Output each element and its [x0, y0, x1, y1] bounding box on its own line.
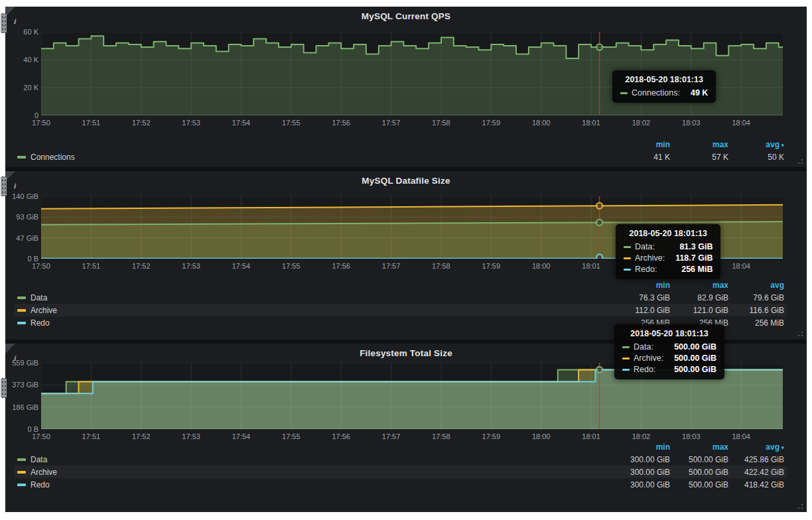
resize-handle[interactable]: [797, 158, 804, 164]
legend-min-value: 300.00 GiB: [598, 455, 670, 464]
series-color-dash-icon: [17, 296, 26, 299]
legend-row-data: Data76.3 GiB82.9 GiB79.6 GiB: [15, 291, 787, 304]
tooltip-series-label: Archive:: [635, 253, 665, 263]
legend-row-archive: Archive112.0 GiB121.0 GiB116.6 GiB: [15, 304, 787, 316]
x-tick-label: 17:51: [71, 432, 111, 440]
x-tick-label: 17:53: [171, 432, 211, 440]
x-tick-label: 17:53: [171, 262, 211, 270]
series-color-dash-icon: [620, 92, 628, 94]
x-tick-label: 17:55: [271, 119, 311, 127]
row-drag-handle[interactable]: [1, 13, 7, 33]
tooltip-series-label: Data:: [634, 342, 653, 352]
tooltip-filesystem: 2018-05-20 18:01:13 Data:500.00 GiBArchi…: [614, 324, 724, 379]
page-background: i MySQL Current QPS 60 K40 K20 K0 17:501…: [0, 0, 812, 520]
x-tick-label: 17:58: [421, 262, 461, 270]
x-tick-label: 17:55: [271, 432, 311, 440]
legend-min-value: 112.0 GiB: [598, 306, 670, 315]
legend-min-value: 76.3 GiB: [598, 293, 670, 302]
tooltip-series-row: Data:81.3 GiB: [624, 242, 712, 251]
x-tick-label: 18:04: [721, 119, 761, 127]
x-tick-label: 17:56: [321, 119, 361, 127]
x-tick-label: 17:57: [372, 432, 411, 440]
tooltip-series-value: 118.7 GiB: [675, 253, 712, 263]
legend-sort-max[interactable]: max: [670, 281, 728, 290]
y-tick-label: 559 GiB: [5, 359, 38, 367]
tooltip-series-label: Archive:: [634, 354, 663, 363]
legend-min-value: 41 K: [598, 153, 670, 162]
series-toggle-redo[interactable]: Redo: [31, 318, 50, 328]
tooltip-series-row: Archive:118.7 GiB: [624, 253, 712, 263]
resize-handle[interactable]: [797, 330, 804, 337]
legend-max-value: 82.9 GiB: [670, 293, 728, 302]
y-tick-label: 373 GiB: [5, 381, 38, 389]
series-color-dash-icon: [17, 156, 26, 159]
x-tick-label: 17:58: [421, 432, 461, 440]
tooltip-series-value: 500.00 GiB: [674, 354, 716, 363]
legend-sort-avg[interactable]: avg: [728, 281, 784, 290]
x-tick-label: 17:52: [121, 432, 161, 440]
x-tick-label: 17:50: [21, 119, 61, 127]
legend-sort-avg[interactable]: avg ▾: [728, 140, 784, 149]
x-tick-label: 17:54: [221, 119, 261, 127]
legend-sort-min[interactable]: min: [598, 140, 670, 149]
legend-sort-min[interactable]: min: [598, 281, 670, 290]
tooltip-series-row: Archive:500.00 GiB: [622, 354, 716, 363]
legend: minmaxavgData76.3 GiB82.9 GiB79.6 GiBArc…: [15, 279, 787, 329]
legend-row-archive: Archive300.00 GiB500.00 GiB422.42 GiB: [15, 466, 787, 478]
x-tick-label: 17:51: [71, 119, 111, 127]
tooltip-series-label: Data:: [635, 242, 655, 251]
series-toggle-redo[interactable]: Redo: [31, 480, 50, 489]
series-toggle-connections[interactable]: Connections: [31, 153, 75, 162]
series-color-dash-icon: [17, 458, 26, 461]
series-toggle-archive[interactable]: Archive: [31, 306, 57, 315]
row-drag-handle[interactable]: [1, 176, 7, 196]
legend-avg-value: 418.42 GiB: [728, 480, 784, 489]
legend-sort-min[interactable]: min: [598, 442, 670, 452]
series-toggle-archive[interactable]: Archive: [31, 468, 57, 477]
legend-sort-avg[interactable]: avg ▾: [728, 442, 784, 452]
sort-caret-icon: ▾: [779, 142, 784, 149]
series-color-dash-icon: [17, 322, 26, 324]
x-tick-label: 18:00: [521, 262, 561, 270]
sort-caret-icon: ▾: [779, 444, 784, 451]
x-tick-label: 17:52: [121, 119, 161, 127]
tooltip-timestamp: 2018-05-20 18:01:13: [622, 329, 716, 338]
series-toggle-data[interactable]: Data: [31, 293, 47, 302]
panel-title[interactable]: MySQL Current QPS: [5, 11, 807, 21]
legend-avg-value: 425.86 GiB: [728, 455, 784, 464]
row-drag-handle[interactable]: [1, 378, 7, 398]
tooltip-series-row: Connections:49 K: [620, 88, 708, 98]
series-color-dash-icon: [624, 269, 631, 271]
legend-max-value: 500.00 GiB: [670, 480, 728, 489]
legend-sort-max[interactable]: max: [670, 140, 728, 149]
tooltip-series-value: 81.3 GiB: [679, 242, 712, 251]
legend-row-connections: Connections41 K57 K50 K: [15, 151, 787, 163]
x-tick-label: 17:56: [321, 432, 361, 440]
y-tick-label: 186 GiB: [5, 403, 38, 411]
legend-row-data: Data300.00 GiB500.00 GiB425.86 GiB: [15, 453, 787, 466]
series-color-dash-icon: [624, 246, 631, 248]
resize-handle[interactable]: [797, 503, 804, 509]
x-tick-label: 18:02: [621, 432, 661, 440]
tooltip-qps: 2018-05-20 18:01:13 Connections:49 K: [612, 70, 716, 103]
y-tick-label: 40 K: [5, 56, 38, 64]
x-tick-label: 17:52: [121, 262, 161, 270]
panel-title[interactable]: MySQL Datafile Size: [5, 176, 807, 186]
x-tick-label: 18:03: [671, 432, 711, 440]
legend-header-row: minmaxavg: [15, 279, 787, 291]
x-tick-label: 17:59: [471, 262, 511, 270]
series-color-dash-icon: [622, 358, 630, 359]
x-tick-label: 17:59: [471, 432, 511, 440]
x-tick-label: 18:03: [671, 119, 711, 127]
series-toggle-data[interactable]: Data: [31, 455, 47, 464]
legend-sort-max[interactable]: max: [670, 442, 728, 452]
x-tick-label: 18:01: [571, 119, 611, 127]
tooltip-series-row: Data:500.00 GiB: [622, 342, 716, 352]
x-tick-label: 18:02: [621, 119, 661, 127]
tooltip-series-label: Connections:: [632, 88, 680, 98]
legend-header-row: minmaxavg ▾: [15, 138, 787, 151]
tooltip-series-value: 49 K: [691, 88, 708, 98]
x-tick-label: 17:57: [372, 119, 411, 127]
y-tick-label: 140 GiB: [5, 192, 38, 200]
tooltip-series-row: Redo:256 MiB: [624, 265, 712, 274]
